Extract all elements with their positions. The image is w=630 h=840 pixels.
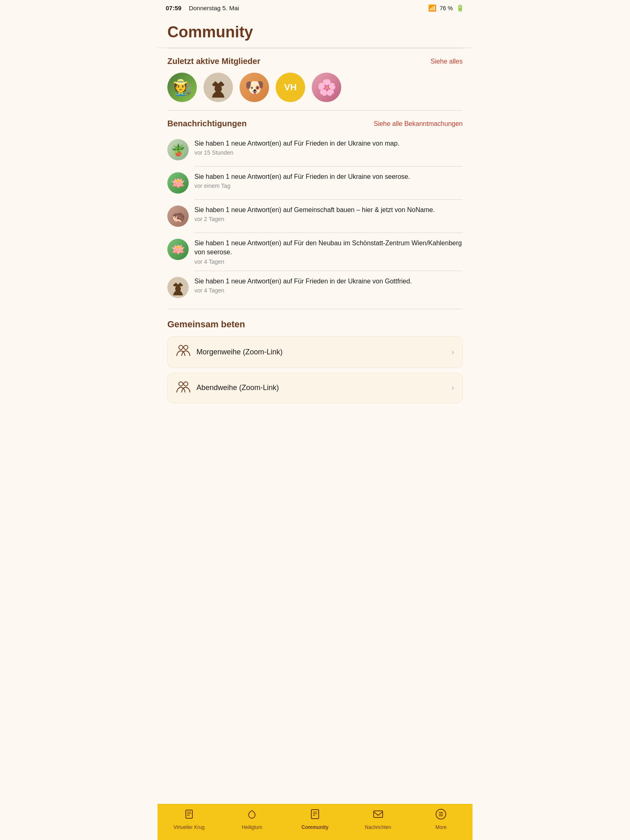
prayer-item-2[interactable]: Abendweihe (Zoom-Link) › xyxy=(167,373,463,403)
member-avatar-5[interactable]: 🌸 xyxy=(312,73,341,102)
prayer-item-1-label: Morgenweihe (Zoom-Link) xyxy=(196,348,283,356)
notif-text-2: Sie haben 1 neue Antwort(en) auf Für Fri… xyxy=(194,172,463,189)
notif-avatar-5 xyxy=(167,277,189,298)
notification-item-2[interactable]: 🪷 Sie haben 1 neue Antwort(en) auf Für F… xyxy=(158,167,472,199)
notif-text-1: Sie haben 1 neue Antwort(en) auf Für Fri… xyxy=(194,139,463,156)
notif-message-2: Sie haben 1 neue Antwort(en) auf Für Fri… xyxy=(194,172,463,181)
status-right: 📶 76 % 🔋 xyxy=(428,4,464,12)
status-bar: 07:59 Donnerstag 5. Mai 📶 76 % 🔋 xyxy=(158,0,472,15)
notification-item-3[interactable]: 🦔 Sie haben 1 neue Antwort(en) auf Gemei… xyxy=(158,200,472,233)
prayer-item-2-left: Abendweihe (Zoom-Link) xyxy=(176,381,279,395)
people-group-icon-2 xyxy=(176,381,191,395)
prayer-item-2-chevron: › xyxy=(452,383,454,392)
status-time: 07:59 xyxy=(166,5,181,11)
notif-text-4: Sie haben 1 neue Antwort(en) auf Für den… xyxy=(194,239,463,265)
member-avatar-4[interactable]: VH xyxy=(276,73,305,102)
see-all-notifications-link[interactable]: Siehe alle Bekanntmachungen xyxy=(374,120,463,128)
notifications-title: Benachrichtigungen xyxy=(167,119,247,128)
svg-point-4 xyxy=(179,382,183,386)
bottom-spacer xyxy=(158,408,472,449)
notification-item-4[interactable]: 🪷 Sie haben 1 neue Antwort(en) auf Für d… xyxy=(158,233,472,271)
wifi-icon: 📶 xyxy=(428,4,436,12)
prayer-section: Gemeinsam beten Morgenweihe (Zoom-Link) … xyxy=(158,309,472,403)
status-date: Donnerstag 5. Mai xyxy=(189,5,239,11)
notif-avatar-2: 🪷 xyxy=(167,172,189,194)
see-all-members-link[interactable]: Siehe alles xyxy=(431,58,463,65)
prayer-item-2-label: Abendweihe (Zoom-Link) xyxy=(196,383,279,392)
notifications-header: Benachrichtigungen Siehe alle Bekanntmac… xyxy=(158,111,472,133)
notif-message-3: Sie haben 1 neue Antwort(en) auf Gemeins… xyxy=(194,205,463,215)
member-avatar-3[interactable]: 🐶 xyxy=(240,73,269,102)
notif-avatar-1: 🪴 xyxy=(167,139,189,160)
notif-avatar-3: 🦔 xyxy=(167,205,189,227)
battery-level: 76 % xyxy=(440,5,453,11)
svg-point-3 xyxy=(184,345,188,349)
notif-time-1: vor 15 Stunden xyxy=(194,149,463,156)
prayer-item-1-chevron: › xyxy=(452,348,454,356)
notif-avatar-4: 🪷 xyxy=(167,239,189,260)
member-avatar-2[interactable] xyxy=(203,73,233,102)
notif-time-5: vor 4 Tagen xyxy=(194,287,463,294)
people-group-icon-1 xyxy=(176,344,191,360)
notif-message-4: Sie haben 1 neue Antwort(en) auf Für den… xyxy=(194,239,463,257)
notif-time-3: vor 2 Tagen xyxy=(194,216,463,222)
notification-item-5[interactable]: Sie haben 1 neue Antwort(en) auf Für Fri… xyxy=(158,271,472,304)
notif-text-5: Sie haben 1 neue Antwort(en) auf Für Fri… xyxy=(194,277,463,294)
svg-point-2 xyxy=(179,345,183,349)
battery-icon: 🔋 xyxy=(456,4,464,12)
prayer-item-1-left: Morgenweihe (Zoom-Link) xyxy=(176,344,283,360)
notification-item-1[interactable]: 🪴 Sie haben 1 neue Antwort(en) auf Für F… xyxy=(158,133,472,166)
svg-point-5 xyxy=(184,382,188,386)
notifications-section: Benachrichtigungen Siehe alle Bekanntmac… xyxy=(158,111,472,304)
notif-time-4: vor 4 Tagen xyxy=(194,258,463,265)
active-members-title: Zuletzt aktive Mitglieder xyxy=(167,57,260,66)
prayer-item-1[interactable]: Morgenweihe (Zoom-Link) › xyxy=(167,336,463,368)
notif-message-1: Sie haben 1 neue Antwort(en) auf Für Fri… xyxy=(194,139,463,148)
notif-time-2: vor einem Tag xyxy=(194,183,463,189)
member-avatar-1[interactable]: 🧑‍🌾 xyxy=(167,73,197,102)
page-title: Community xyxy=(158,15,472,48)
active-members-section: Zuletzt aktive Mitglieder Siehe alles 🧑‍… xyxy=(158,48,472,110)
prayer-section-title: Gemeinsam beten xyxy=(167,319,463,330)
active-members-header: Zuletzt aktive Mitglieder Siehe alles xyxy=(167,57,463,66)
notif-message-5: Sie haben 1 neue Antwort(en) auf Für Fri… xyxy=(194,277,463,286)
members-row: 🧑‍🌾 🐶 VH 🌸 xyxy=(167,73,463,110)
notif-text-3: Sie haben 1 neue Antwort(en) auf Gemeins… xyxy=(194,205,463,222)
